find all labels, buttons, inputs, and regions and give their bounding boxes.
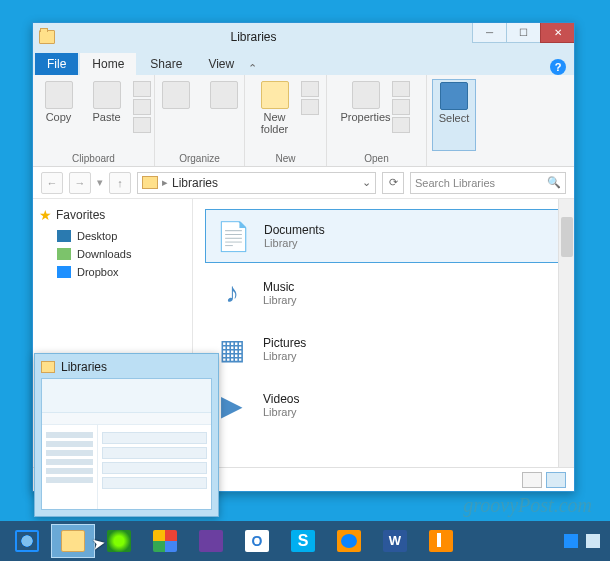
easyaccess-icon[interactable] [301,99,319,115]
taskbar-file-explorer[interactable] [51,524,95,558]
downloads-icon [57,248,71,260]
star-icon: ★ [39,207,52,223]
thumbnail-image[interactable] [41,378,212,510]
thumbnail-title: Libraries [61,360,107,374]
tray-icon[interactable] [564,534,578,548]
edit-icon[interactable] [392,99,410,115]
address-dropdown-icon[interactable]: ⌄ [362,176,371,189]
copy-icon [45,81,73,109]
copypath-icon[interactable] [133,99,151,115]
ribbon: Copy Paste Clipboard Organize [33,75,574,167]
taskbar-vlc[interactable] [419,524,463,558]
app-purple-icon [199,530,223,552]
back-button[interactable]: ← [41,172,63,194]
titlebar[interactable]: Libraries ─ ☐ ✕ [33,23,574,51]
taskbar-app-green[interactable] [97,524,141,558]
taskbar[interactable]: OSW [0,521,610,561]
tray-icon[interactable] [586,534,600,548]
select-icon [440,82,468,110]
tab-share[interactable]: Share [138,53,194,75]
taskbar-chrome[interactable] [143,524,187,558]
forward-button[interactable]: → [69,172,91,194]
scroll-thumb[interactable] [561,217,573,257]
cut-icon[interactable] [133,81,151,97]
moveto-button[interactable] [154,79,198,151]
taskbar-outlook[interactable]: O [235,524,279,558]
navbar: ← → ▾ ↑ ▸ Libraries ⌄ ⟳ Search Libraries… [33,167,574,199]
taskbar-word[interactable]: W [373,524,417,558]
refresh-button[interactable]: ⟳ [382,172,404,194]
tab-file[interactable]: File [35,53,78,75]
chrome-icon [153,530,177,552]
vlc-icon [429,530,453,552]
copy-button[interactable]: Copy [37,79,81,151]
copyto-button[interactable] [202,79,246,151]
group-open-label: Open [364,153,388,164]
taskbar-firefox[interactable] [327,524,371,558]
library-icon: 📄 [212,216,254,256]
chevron-right-icon: ▸ [162,176,168,189]
close-button[interactable]: ✕ [540,23,574,43]
help-button[interactable]: ? [550,59,566,75]
system-tray[interactable] [558,521,606,561]
word-icon: W [383,530,407,552]
search-icon: 🔍 [547,176,561,189]
library-item-videos[interactable]: ▶ VideosLibrary [205,379,562,431]
moveto-icon [162,81,190,109]
ribbon-tabs: File Home Share View ⌃ ? [33,51,574,75]
properties-button[interactable]: Properties [344,79,388,151]
outlook-icon: O [245,530,269,552]
library-item-pictures[interactable]: ▦ PicturesLibrary [205,323,562,375]
tree-item-desktop[interactable]: Desktop [39,227,186,245]
maximize-button[interactable]: ☐ [506,23,540,43]
tree-item-downloads[interactable]: Downloads [39,245,186,263]
firefox-icon [337,530,361,552]
taskbar-app-purple[interactable] [189,524,233,558]
properties-icon [352,81,380,109]
minimize-button[interactable]: ─ [472,23,506,43]
paste-icon [93,81,121,109]
dropbox-icon [57,266,71,278]
details-view-button[interactable] [522,472,542,488]
content-pane[interactable]: 📄 DocumentsLibrary♪ MusicLibrary▦ Pictur… [193,199,574,467]
group-organize-label: Organize [179,153,220,164]
recent-dropdown-icon[interactable]: ▾ [97,176,103,189]
window-title: Libraries [35,30,472,44]
desktop-icon [57,230,71,242]
skype-icon: S [291,530,315,552]
libraries-icon [142,176,158,189]
group-new-label: New [275,153,295,164]
search-input[interactable]: Search Libraries 🔍 [410,172,566,194]
taskbar-internet-explorer[interactable] [5,524,49,558]
favorites-header[interactable]: ★ Favorites [39,207,186,223]
select-button[interactable]: Select [432,79,476,151]
library-icon: ♪ [211,273,253,313]
up-button[interactable]: ↑ [109,172,131,194]
folder-icon [39,30,55,44]
tab-view[interactable]: View [196,53,246,75]
scrollbar[interactable] [558,199,574,467]
taskbar-skype[interactable]: S [281,524,325,558]
tab-home[interactable]: Home [80,53,136,75]
copyto-icon [210,81,238,109]
minimize-ribbon-icon[interactable]: ⌃ [248,62,257,75]
internet-explorer-icon [15,530,39,552]
file-explorer-icon [61,530,85,552]
group-clipboard-label: Clipboard [72,153,115,164]
app-green-icon [107,530,131,552]
address-bar[interactable]: ▸ Libraries ⌄ [137,172,376,194]
shortcut-icon[interactable] [133,117,151,133]
paste-button[interactable]: Paste [85,79,129,151]
taskbar-thumbnail[interactable]: Libraries [34,353,219,517]
open-icon[interactable] [392,81,410,97]
library-item-documents[interactable]: 📄 DocumentsLibrary [205,209,562,263]
tiles-view-button[interactable] [546,472,566,488]
folder-icon [41,361,55,373]
watermark: groovyPost.com [463,494,592,517]
newfolder-icon [261,81,289,109]
history-icon[interactable] [392,117,410,133]
new-folder-button[interactable]: New folder [253,79,297,151]
newitem-icon[interactable] [301,81,319,97]
library-item-music[interactable]: ♪ MusicLibrary [205,267,562,319]
tree-item-dropbox[interactable]: Dropbox [39,263,186,281]
